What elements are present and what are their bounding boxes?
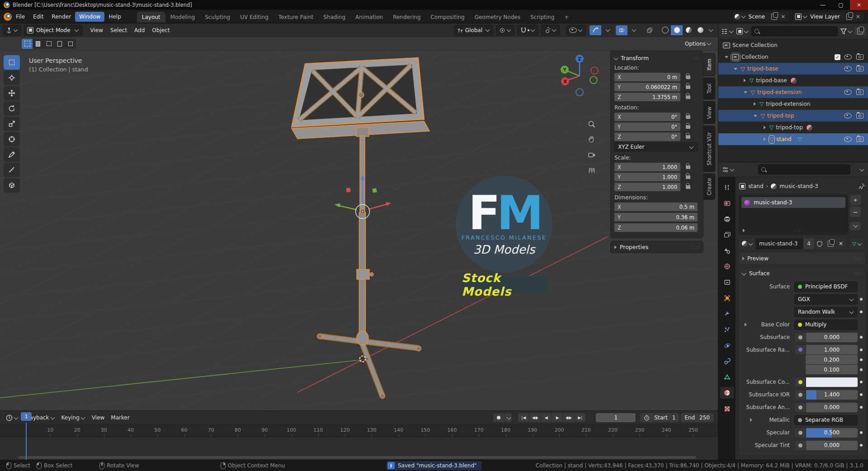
- camera-view-icon[interactable]: [586, 149, 598, 161]
- select-mode-invert-button[interactable]: [54, 39, 65, 49]
- hide-viewport-icon[interactable]: [844, 113, 852, 118]
- tab-sculpting[interactable]: Sculpting: [200, 12, 235, 23]
- sidebar-tab-view[interactable]: View: [703, 101, 715, 124]
- scale-x-field[interactable]: X1.000: [614, 163, 680, 171]
- keyframe-dot[interactable]: [860, 368, 863, 371]
- outliner-row-tripod-base-object[interactable]: ▽ tripod-base: [718, 63, 868, 75]
- location-x-field[interactable]: X0 m: [614, 73, 680, 81]
- material-specials-dropdown[interactable]: ▽: [849, 238, 865, 249]
- rotation-y-field[interactable]: Y0°: [614, 122, 680, 131]
- frame-start-field[interactable]: Start1: [640, 413, 679, 422]
- zoom-icon[interactable]: [586, 118, 598, 130]
- lock-icon[interactable]: [686, 175, 690, 179]
- menu-window[interactable]: Window: [75, 12, 104, 22]
- timeline-editor-type-button[interactable]: [3, 413, 22, 423]
- breadcrumb-object[interactable]: stand: [748, 183, 764, 189]
- xray-toggle[interactable]: [644, 25, 656, 35]
- toggle-grid-icon[interactable]: [586, 165, 598, 176]
- timeline-view-menu[interactable]: View: [89, 413, 108, 423]
- lock-icon[interactable]: [686, 85, 690, 89]
- subsurface-field[interactable]: 0.000: [806, 333, 858, 342]
- socket-chip[interactable]: [794, 428, 806, 438]
- location-z-field[interactable]: Z1.3755 m: [614, 93, 680, 101]
- nav-z-neg-ball[interactable]: [576, 89, 583, 96]
- shading-dropdown[interactable]: [706, 25, 714, 35]
- outliner-row-tripod-top-mesh[interactable]: ▽ tripod-top: [718, 122, 868, 133]
- view-layer-selector[interactable]: View Layer ✕: [793, 11, 864, 22]
- hide-viewport-icon[interactable]: [844, 89, 852, 95]
- tab-constraints[interactable]: [720, 355, 734, 367]
- sidebar-tab-item[interactable]: Item: [703, 53, 715, 76]
- viewport-canvas[interactable]: Z Y X User Perspective (1) Collection | …: [0, 51, 718, 410]
- menu-file[interactable]: File: [12, 12, 29, 22]
- tab-object-data[interactable]: [720, 371, 734, 383]
- lock-icon[interactable]: [686, 185, 690, 189]
- outliner-filter-dropdown[interactable]: [840, 28, 853, 34]
- slot-list-expand[interactable]: [743, 229, 745, 232]
- scene-selector[interactable]: Scene ✕: [732, 11, 790, 22]
- dimensions-y-field[interactable]: Y0.36 m: [614, 213, 698, 221]
- keyframe-dot[interactable]: [860, 431, 863, 434]
- tab-physics[interactable]: [720, 339, 734, 351]
- nav-y-neg-ball[interactable]: [590, 76, 597, 84]
- metallic-button[interactable]: Separate RGB: [794, 415, 858, 425]
- gizmo-plane-y[interactable]: [372, 188, 377, 193]
- tool-scale[interactable]: [4, 117, 20, 131]
- select-mode-intersect-button[interactable]: [65, 39, 76, 49]
- play-reverse-button[interactable]: ◀: [541, 413, 552, 422]
- socket-chip[interactable]: [794, 344, 806, 355]
- keyframe-dot[interactable]: [860, 393, 863, 396]
- tool-select-box[interactable]: [4, 55, 20, 70]
- hide-viewport-icon[interactable]: [844, 66, 852, 71]
- keyframe-dot[interactable]: [860, 349, 863, 351]
- tab-texture[interactable]: [720, 403, 734, 414]
- outliner-row-tripod-top-object[interactable]: ▽ tripod-top: [718, 110, 868, 122]
- tool-cursor[interactable]: [4, 71, 20, 85]
- lock-icon[interactable]: [686, 165, 690, 169]
- preview-panel[interactable]: Preview::::: [739, 253, 865, 264]
- location-y-field[interactable]: Y0.060022 m: [614, 83, 680, 91]
- timeline-track[interactable]: [0, 437, 718, 461]
- material-slot-active[interactable]: music-stand-3: [741, 197, 845, 208]
- tab-object[interactable]: [720, 292, 734, 304]
- tool-annotate[interactable]: [4, 147, 20, 162]
- keying-dropdown[interactable]: [505, 413, 512, 422]
- frame-end-field[interactable]: End250: [681, 413, 713, 422]
- proportional-editing-dropdown[interactable]: [541, 25, 560, 36]
- outliner-row-scene-collection[interactable]: Scene Collection: [718, 39, 868, 51]
- timeline-scrollbar[interactable]: [18, 456, 696, 459]
- tab-animation[interactable]: Animation: [350, 12, 388, 23]
- outliner-row-collection[interactable]: Collection ✓: [718, 51, 868, 63]
- properties-search-input[interactable]: [758, 165, 850, 174]
- select-mode-extend-button[interactable]: [33, 39, 43, 49]
- hide-viewport-icon[interactable]: [844, 54, 852, 60]
- playhead[interactable]: [26, 423, 27, 460]
- material-users-button[interactable]: 4: [803, 238, 814, 249]
- surface-shader-button[interactable]: Principled BSDF: [794, 282, 858, 292]
- outliner-row-stand-object[interactable]: ▽ stand ▽: [718, 133, 868, 145]
- menu-help[interactable]: Help: [104, 12, 125, 22]
- properties-filter-dropdown[interactable]: [860, 167, 864, 171]
- new-scene-icon[interactable]: [771, 14, 777, 20]
- new-collection-button[interactable]: [855, 27, 865, 35]
- prev-keyframe-button[interactable]: ◀◆: [529, 413, 540, 422]
- menu-object[interactable]: Object: [148, 25, 173, 35]
- sidebar-tab-tool[interactable]: Tool: [703, 78, 715, 99]
- dimensions-z-field[interactable]: Z0.06 m: [614, 223, 698, 232]
- tab-particles[interactable]: [720, 324, 734, 335]
- menu-edit[interactable]: Edit: [29, 12, 47, 22]
- breadcrumb-data[interactable]: music-stand-3: [779, 183, 818, 189]
- overlays-dropdown[interactable]: [627, 25, 639, 35]
- copy-material-button[interactable]: [825, 238, 836, 249]
- add-slot-button[interactable]: ＋: [850, 195, 861, 205]
- specular-field[interactable]: 0.500: [806, 428, 858, 438]
- socket-chip[interactable]: [794, 402, 806, 413]
- disable-render-icon[interactable]: [856, 113, 863, 118]
- tab-view-layer[interactable]: [720, 229, 734, 240]
- subsurface-anisotropy-field[interactable]: 0.000: [806, 403, 858, 412]
- unlink-material-button[interactable]: ✕: [836, 238, 846, 249]
- radius-x-field[interactable]: 1.000: [806, 345, 858, 354]
- tab-compositing[interactable]: Compositing: [425, 12, 469, 23]
- shading-material-button[interactable]: [683, 25, 694, 35]
- remove-slot-button[interactable]: −: [850, 207, 861, 217]
